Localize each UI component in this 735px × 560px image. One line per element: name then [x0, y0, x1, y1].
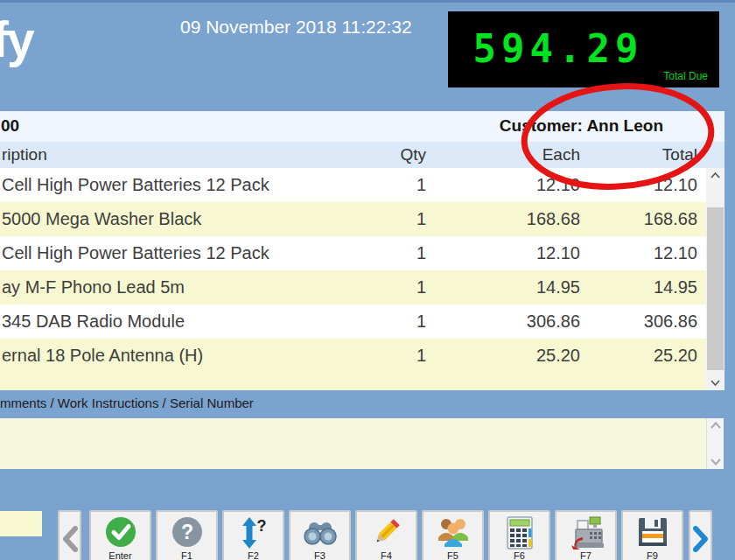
table-row[interactable]: ay M-F Phono Lead 5m 1 14.95 14.95 — [0, 270, 706, 304]
scrollbar-thumb[interactable] — [707, 207, 724, 370]
f5-customers-button[interactable]: F5 — [422, 510, 484, 560]
item-total: 14.95 — [580, 277, 697, 298]
f2-quantity-button[interactable]: ? F2 — [222, 510, 284, 560]
item-total: 168.68 — [580, 209, 697, 229]
cash-register-icon — [556, 516, 615, 550]
item-qty: 1 — [356, 312, 426, 332]
item-each: 306.86 — [426, 312, 580, 332]
item-qty: 1 — [356, 277, 426, 298]
item-qty: 1 — [356, 346, 426, 366]
scroll-down-icon[interactable] — [706, 375, 724, 390]
floppy-disk-icon — [623, 516, 682, 548]
f6-calculator-button[interactable]: F6 — [488, 510, 550, 560]
button-label: F9 — [623, 550, 682, 560]
total-due-amount: 594.29 — [448, 26, 719, 71]
item-total: 12.10 — [580, 243, 697, 263]
comments-input[interactable] — [0, 418, 724, 469]
comments-scrollbar[interactable] — [706, 418, 724, 469]
header-each: Each — [426, 145, 580, 164]
items-table-body: Cell High Power Batteries 12 Pack 1 12.1… — [0, 168, 706, 373]
item-description: Cell High Power Batteries 12 Pack — [0, 175, 356, 195]
table-empty-area — [0, 373, 706, 390]
binoculars-icon — [290, 521, 349, 545]
button-label: F6 — [490, 550, 549, 560]
window-top-edge — [0, 0, 735, 3]
item-each: 12.10 — [426, 175, 580, 195]
input-area-fragment — [0, 511, 42, 536]
chevron-right-icon — [690, 526, 710, 552]
item-description: 345 DAB Radio Module — [0, 312, 356, 332]
pencil-icon — [357, 516, 416, 548]
question-circle-icon: ? — [158, 516, 216, 548]
button-label: F3 — [290, 550, 349, 560]
header-qty: Qty — [356, 145, 426, 164]
item-each: 12.10 — [426, 243, 580, 263]
item-total: 306.86 — [580, 312, 697, 332]
button-label: F1 — [158, 550, 216, 560]
comments-section-label: mments / Work Instructions / Serial Numb… — [0, 396, 254, 410]
calculator-icon — [490, 516, 549, 550]
item-description: ay M-F Phono Lead 5m — [0, 277, 356, 298]
toolbar-next-button[interactable] — [689, 510, 712, 560]
button-label: F4 — [357, 550, 416, 560]
item-description: 5000 Mega Washer Black — [0, 209, 356, 229]
header-total: Total — [580, 145, 697, 164]
svg-text:?: ? — [180, 521, 192, 543]
item-qty: 1 — [356, 175, 426, 195]
button-label: Enter — [91, 550, 150, 560]
table-row[interactable]: 345 DAB Radio Module 1 306.86 306.86 — [0, 304, 706, 339]
f9-save-button[interactable]: F9 — [621, 510, 683, 560]
item-qty: 1 — [356, 243, 426, 263]
item-total: 12.10 — [580, 175, 697, 195]
chevron-left-icon — [60, 526, 80, 552]
toolbar-prev-button[interactable] — [58, 510, 81, 560]
app-logo: fy — [0, 10, 33, 68]
table-row[interactable]: 5000 Mega Washer Black 1 168.68 168.68 — [0, 202, 706, 236]
item-each: 168.68 — [426, 209, 580, 229]
updown-arrow-question-icon: ? — [224, 516, 283, 550]
item-description: Cell High Power Batteries 12 Pack — [0, 243, 356, 263]
scroll-up-icon[interactable] — [707, 418, 724, 432]
check-circle-icon — [91, 516, 150, 548]
f7-register-button[interactable]: F7 — [555, 510, 617, 560]
item-each: 25.20 — [426, 346, 580, 366]
items-table-header: ription Qty Each Total — [0, 142, 724, 168]
sale-info-bar: 00 Customer: Ann Leon — [0, 111, 724, 142]
svg-text:?: ? — [256, 517, 266, 535]
datetime-display: 09 November 2018 11:22:32 — [180, 17, 412, 38]
table-row[interactable]: Cell High Power Batteries 12 Pack 1 12.1… — [0, 236, 706, 270]
people-icon — [424, 516, 482, 548]
item-each: 14.95 — [426, 277, 580, 298]
total-due-led-display: 594.29 Total Due — [448, 11, 719, 88]
table-row[interactable]: ernal 18 Pole Antenna (H) 1 25.20 25.20 — [0, 339, 706, 373]
button-label: F5 — [424, 550, 482, 560]
table-scrollbar[interactable] — [706, 168, 724, 390]
scroll-down-icon[interactable] — [707, 455, 724, 469]
customer-name: Customer: Ann Leon — [500, 116, 663, 136]
enter-button[interactable]: Enter — [89, 510, 151, 560]
button-label: F2 — [224, 550, 283, 560]
item-description: ernal 18 Pole Antenna (H) — [0, 346, 356, 366]
f4-edit-button[interactable]: F4 — [355, 510, 417, 560]
total-due-label: Total Due — [663, 70, 708, 82]
button-label: F7 — [556, 550, 615, 560]
item-qty: 1 — [356, 209, 426, 229]
f3-search-button[interactable]: F3 — [289, 510, 351, 560]
table-row[interactable]: Cell High Power Batteries 12 Pack 1 12.1… — [0, 168, 706, 202]
scroll-up-icon[interactable] — [706, 168, 724, 183]
sale-number-fragment: 00 — [1, 116, 19, 136]
item-total: 25.20 — [580, 346, 697, 366]
header-description: ription — [0, 145, 356, 164]
f1-help-button[interactable]: ? F1 — [156, 510, 218, 560]
